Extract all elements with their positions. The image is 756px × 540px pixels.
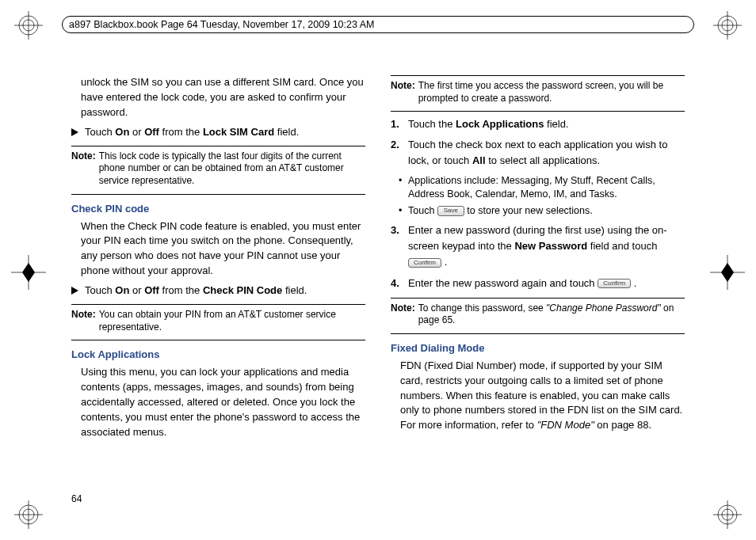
step-lock-sim: Touch On or Off from the Lock SIM Card f…	[71, 125, 365, 139]
intro-paragraph: unlock the SIM so you can use a differen…	[71, 75, 365, 120]
header-text: a897 Blackbox.book Page 64 Tuesday, Nove…	[69, 19, 374, 30]
divider	[391, 111, 685, 112]
page-number: 64	[71, 493, 82, 504]
step-2: 2. Touch the check box next to each appl…	[391, 137, 685, 169]
step-number: 3.	[391, 222, 408, 270]
note-text: To change this password, see "Change Pho…	[418, 302, 685, 327]
note-label: Note:	[71, 150, 96, 188]
bullet-applications: • Applications include: Messaging, My St…	[399, 174, 685, 202]
right-column: Note: The first time you access the pass…	[391, 75, 685, 444]
lock-apps-paragraph: Using this menu, you can lock your appli…	[71, 365, 365, 439]
heading-fdn: Fixed Dialing Mode	[391, 342, 685, 354]
note-pin: Note: You can obtain your PIN from an AT…	[71, 309, 365, 333]
step-body: Touch the check box next to each applica…	[408, 137, 685, 169]
divider	[391, 75, 685, 76]
fdn-paragraph: FDN (Fixed Dial Number) mode, if support…	[391, 359, 685, 433]
step-body: Touch the Lock Applications field.	[408, 116, 685, 132]
svg-marker-10	[22, 263, 35, 282]
crop-mark-icon	[713, 500, 742, 529]
divider	[71, 194, 365, 195]
bullet-dot-icon: •	[399, 174, 408, 202]
step-body: Enter the new password again and touch C…	[408, 276, 685, 291]
step-number: 2.	[391, 137, 408, 169]
check-pin-paragraph: When the Check PIN code feature is enabl…	[71, 219, 365, 279]
divider	[71, 146, 365, 146]
heading-lock-applications: Lock Applications	[71, 348, 365, 360]
note-text: The first time you access the password s…	[418, 80, 685, 105]
step-body: Enter a new password (during the first u…	[408, 222, 685, 270]
note-first-time: Note: The first time you access the pass…	[391, 80, 685, 105]
note-lock-code: Note: This lock code is typically the la…	[71, 150, 365, 188]
page-content: unlock the SIM so you can use a differen…	[71, 75, 685, 504]
bullet-save: • Touch Save to store your new selection…	[399, 204, 685, 219]
svg-marker-13	[721, 263, 734, 282]
divider	[71, 304, 365, 305]
heading-check-pin: Check PIN code	[71, 203, 365, 215]
note-label: Note:	[391, 80, 415, 105]
step-1: 1. Touch the Lock Applications field.	[391, 116, 685, 132]
crop-mark-icon	[713, 11, 742, 40]
note-change-password: Note: To change this password, see "Chan…	[391, 302, 685, 327]
bullet-text: Touch Save to store your new selections.	[408, 204, 593, 219]
confirm-button-graphic: Confirm	[598, 279, 631, 289]
step-number: 1.	[391, 116, 408, 132]
note-text: You can obtain your PIN from an AT&T cus…	[99, 309, 365, 333]
triangle-bullet-icon	[71, 128, 78, 136]
registration-mark-icon	[11, 255, 46, 290]
triangle-bullet-icon	[71, 287, 78, 295]
divider	[391, 298, 685, 299]
note-text: This lock code is typically the last fou…	[99, 150, 365, 188]
step-text: Touch On or Off from the Check PIN Code …	[85, 283, 307, 298]
confirm-button-graphic: Confirm	[408, 258, 441, 268]
document-header: a897 Blackbox.book Page 64 Tuesday, Nove…	[62, 16, 694, 33]
save-button-graphic: Save	[437, 206, 464, 216]
note-label: Note:	[71, 309, 96, 333]
step-text: Touch On or Off from the Lock SIM Card f…	[85, 125, 299, 139]
step-3: 3. Enter a new password (during the firs…	[391, 222, 685, 270]
bullet-text: Applications include: Messaging, My Stuf…	[408, 174, 685, 202]
crop-mark-icon	[14, 11, 43, 40]
step-4: 4. Enter the new password again and touc…	[391, 276, 685, 291]
crop-mark-icon	[14, 500, 43, 529]
divider	[391, 333, 685, 334]
step-number: 4.	[391, 276, 408, 291]
step-check-pin: Touch On or Off from the Check PIN Code …	[71, 283, 365, 298]
left-column: unlock the SIM so you can use a differen…	[71, 75, 365, 444]
registration-mark-icon	[710, 255, 745, 290]
note-label: Note:	[391, 302, 415, 327]
bullet-dot-icon: •	[399, 204, 408, 219]
divider	[71, 340, 365, 340]
